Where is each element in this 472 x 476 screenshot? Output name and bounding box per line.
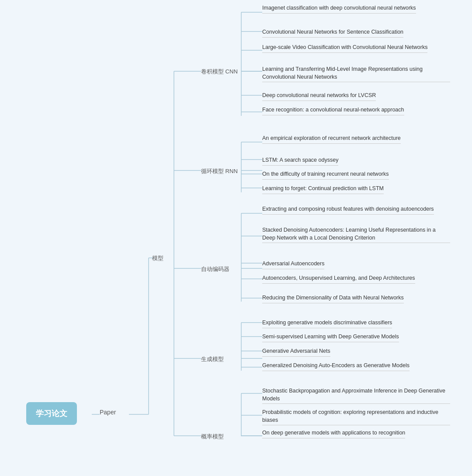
- leaf-rnn-2: LSTM: A search space odyssey: [262, 156, 338, 166]
- l1-paper-label: Paper: [100, 409, 116, 416]
- mindmap-container: 学习论文 Paper 模型 卷积模型 CNN 循环模型 RNN 自动编码器 生成…: [0, 0, 472, 476]
- leaf-prob-1: Stochastic Backpropagation and Approxima…: [262, 387, 450, 404]
- cat-rnn-label: 循环模型 RNN: [201, 168, 238, 174]
- l2-model: 模型: [152, 254, 163, 262]
- leaf-rnn-1: An empirical exploration of recurrent ne…: [262, 135, 401, 144]
- leaf-cnn-6: Face recognition: a convolutional neural…: [262, 106, 404, 115]
- leaf-gen-3: Generative Adversarial Nets: [262, 347, 330, 357]
- cat-rnn: 循环模型 RNN: [201, 167, 238, 175]
- cat-cnn-label: 卷积模型 CNN: [201, 68, 238, 75]
- leaf-gen-1: Exploiting generative models discriminat…: [262, 319, 392, 328]
- leaf-rnn-4: Learning to forget: Continual prediction…: [262, 185, 384, 194]
- l2-model-label: 模型: [152, 255, 163, 261]
- cat-prob: 概率模型: [201, 433, 224, 441]
- leaf-prob-2: Probabilistic models of cognition: explo…: [262, 409, 450, 425]
- leaf-ae-2: Stacked Denoising Autoencoders: Learning…: [262, 226, 450, 243]
- leaf-ae-5: Reducing the Dimensionality of Data with…: [262, 294, 404, 303]
- leaf-ae-1: Extracting and composing robust features…: [262, 205, 434, 215]
- cat-cnn: 卷积模型 CNN: [201, 68, 238, 76]
- root-label: 学习论文: [36, 409, 67, 418]
- leaf-gen-4: Generalized Denoising Auto-Encoders as G…: [262, 362, 410, 371]
- cat-prob-label: 概率模型: [201, 433, 224, 440]
- root-node: 学习论文: [26, 402, 77, 425]
- leaf-cnn-5: Deep convolutional neural networks for L…: [262, 92, 376, 101]
- cat-generative-label: 生成模型: [201, 356, 224, 362]
- cat-autoencoder-label: 自动编码器: [201, 266, 229, 272]
- leaf-cnn-3: Large-scale Video Classification with Co…: [262, 44, 427, 53]
- l1-paper: Paper: [100, 409, 116, 416]
- cat-autoencoder: 自动编码器: [201, 265, 229, 273]
- leaf-gen-2: Semi-supervised Learning with Deep Gener…: [262, 333, 399, 342]
- leaf-prob-3: On deep generative models with applicati…: [262, 429, 405, 438]
- leaf-ae-4: Autoencoders, Unsupervised Learning, and…: [262, 274, 415, 284]
- leaf-cnn-2: Convolutional Neural Networks for Senten…: [262, 28, 403, 38]
- leaf-cnn-4: Learning and Transferring Mid-Level Imag…: [262, 66, 450, 82]
- leaf-cnn-1: Imagenet classification with deep convol…: [262, 4, 416, 14]
- leaf-rnn-3: On the difficulty of training recurrent …: [262, 170, 389, 180]
- leaf-ae-3: Adversarial Autoencoders: [262, 260, 324, 269]
- cat-generative: 生成模型: [201, 355, 224, 363]
